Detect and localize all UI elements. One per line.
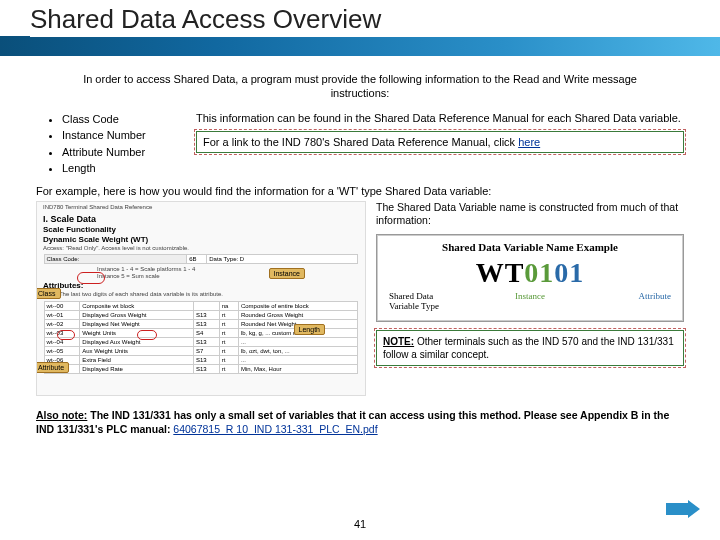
example-intro: For example, here is how you would find … — [36, 185, 684, 197]
circle-attribute — [57, 330, 75, 340]
doc-attributes-table: wt--00Composite wt blocknaComposite of e… — [44, 301, 359, 374]
next-arrow-icon[interactable] — [666, 500, 700, 518]
doc-instances: Instance 1 - 4 = Scale platforms 1 - 4 I… — [97, 266, 359, 280]
slide-title: Shared Data Access Overview — [30, 4, 720, 37]
reference-link-box: For a link to the IND 780's Shared Data … — [196, 131, 684, 153]
doc-top-line: IND780 Terminal Shared Data Reference — [43, 204, 359, 211]
note-text: Other terminals such as the IND 570 and … — [383, 336, 674, 360]
bullet-length: Length — [62, 160, 176, 177]
callout-instance: Instance — [269, 268, 305, 279]
bullet-attribute-number: Attribute Number — [62, 144, 176, 161]
doc-sub1: Scale Functionality — [43, 225, 359, 234]
circle-length — [137, 330, 157, 340]
anno-attribute: Attribute — [578, 291, 671, 311]
anno-type: Shared Data Variable Type — [389, 291, 482, 311]
intro-text: In order to access Shared Data, a progra… — [76, 72, 644, 101]
info-text: This information can be found in the Sha… — [196, 111, 684, 125]
bullet-instance-number: Instance Number — [62, 127, 176, 144]
doc-class-table: Class Code:6BData Type: D — [44, 254, 359, 264]
var-instance: 01 — [524, 257, 554, 288]
variable-box-title: Shared Data Variable Name Example — [385, 241, 675, 253]
reference-manual-link[interactable]: here — [518, 136, 540, 148]
field-bullets: Class Code Instance Number Attribute Num… — [36, 111, 176, 177]
variable-example: WT0101 — [385, 257, 675, 289]
link-box-prefix: For a link to the IND 780's Shared Data … — [203, 136, 518, 148]
var-attribute: 01 — [554, 257, 584, 288]
also-note-label: Also note: — [36, 409, 87, 421]
page-number: 41 — [0, 518, 720, 530]
doc-access: Access: "Read Only". Access level is not… — [43, 245, 359, 252]
callout-length: Length — [294, 324, 325, 335]
circle-class-code — [77, 272, 105, 284]
var-prefix: WT — [476, 257, 525, 288]
doc-note: Note: The last two digits of each shared… — [43, 291, 359, 298]
callout-class: Class — [36, 288, 61, 299]
variable-name-example-box: Shared Data Variable Name Example WT0101… — [376, 234, 684, 322]
bullet-class-code: Class Code — [62, 111, 176, 128]
note-box: NOTE: Other terminals such as the IND 57… — [376, 330, 684, 366]
doc-sub2: Dynamic Scale Weight (WT) — [43, 235, 359, 244]
variable-intro: The Shared Data Variable name is constru… — [376, 201, 684, 228]
svg-marker-0 — [666, 500, 700, 518]
note-label: NOTE: — [383, 336, 414, 347]
callout-attribute: Attribute — [36, 362, 69, 373]
plc-manual-link[interactable]: 64067815_R 10_IND 131-331_PLC_EN.pdf — [173, 423, 377, 435]
also-note: Also note: The IND 131/331 has only a sm… — [36, 408, 684, 437]
doc-section: I. Scale Data — [43, 214, 365, 224]
anno-instance: Instance — [483, 291, 576, 311]
reference-manual-screenshot: IND780 Terminal Shared Data Reference I.… — [36, 201, 366, 396]
